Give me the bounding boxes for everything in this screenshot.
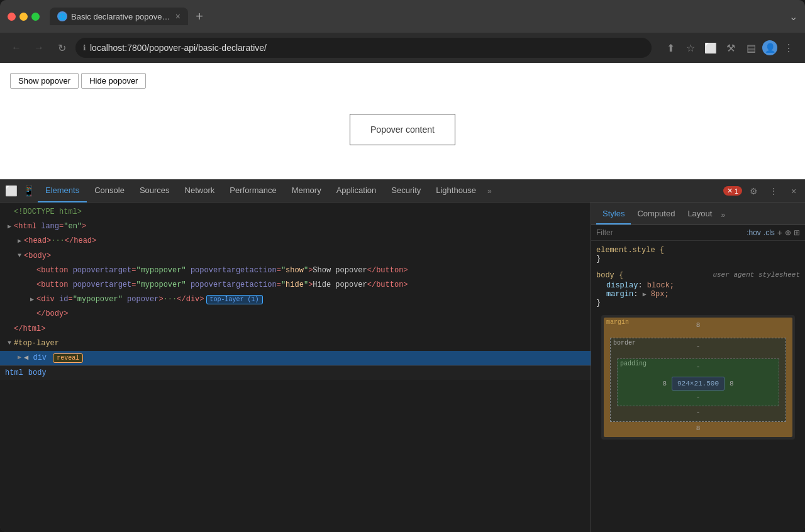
filter-plus-button[interactable]: +	[777, 228, 782, 238]
popover-container: Popover content	[10, 89, 795, 170]
styles-panel: Styles Computed Layout » :hov .cls +	[591, 202, 805, 532]
breadcrumb-html[interactable]: html	[5, 369, 23, 377]
dom-line-btn1[interactable]: <button popovertarget="mypopover" popove…	[0, 263, 591, 278]
dom-line-div[interactable]: ▶ <div id="mypopover" popover>···</div>t…	[0, 292, 591, 307]
sub-tab-layout[interactable]: Layout	[681, 209, 718, 224]
devtools-panel: ⬜ 📱 Elements Console Sources Network Per…	[0, 179, 805, 532]
expand-icon: ▼	[15, 251, 24, 261]
left-side-value: 8	[662, 380, 667, 387]
devtools-tab-bar: ⬜ 📱 Elements Console Sources Network Per…	[0, 180, 805, 202]
expand-icon: ▶	[5, 222, 14, 232]
dom-line-body-open[interactable]: ▼ <body>	[0, 249, 591, 263]
expand-icon: ▶	[15, 353, 24, 363]
sub-tab-computed[interactable]: Computed	[631, 209, 681, 224]
filter-icons: ⊕ ⊞	[785, 228, 800, 237]
url-text: localhost:7800/popover-api/basic-declara…	[90, 43, 644, 53]
style-selector-body-line: body { user agent stylesheet	[596, 271, 800, 281]
maximize-window-button[interactable]	[31, 13, 40, 21]
bookmark-icon[interactable]: ☆	[682, 39, 699, 57]
dom-panel[interactable]: <!DOCTYPE html> ▶ <html lang="en"> ▶ <he…	[0, 202, 591, 532]
margin-bottom-value: 8	[608, 424, 789, 432]
border-label: border	[613, 340, 636, 346]
devtools-close-icon[interactable]: ×	[785, 182, 802, 200]
tab-memory[interactable]: Memory	[284, 180, 329, 202]
dom-line-html[interactable]: ▶ <html lang="en">	[0, 219, 591, 234]
tab-application[interactable]: Application	[329, 180, 384, 202]
devtools-inspect-icon[interactable]: ⬜	[3, 182, 20, 200]
devtools-tab-overflow-button[interactable]: »	[484, 187, 496, 196]
dom-line-body-close[interactable]: </body>	[0, 307, 591, 321]
devtools-settings-icon[interactable]: ⚙	[745, 182, 762, 200]
new-tab-button[interactable]: +	[191, 8, 208, 25]
hide-popover-button[interactable]: Hide popover	[81, 73, 146, 89]
style-selector-element: element.style {	[596, 246, 800, 255]
dom-line-doctype[interactable]: <!DOCTYPE html>	[0, 205, 591, 219]
address-field[interactable]: ℹ localhost:7800/popover-api/basic-decla…	[75, 38, 652, 58]
dom-line-top-layer[interactable]: ▼ #top-layer	[0, 336, 591, 351]
tab-lighthouse[interactable]: Lighthouse	[428, 180, 484, 202]
minimize-window-button[interactable]	[19, 13, 28, 21]
share-icon[interactable]: ⬆	[662, 39, 679, 57]
devtools-more-icon[interactable]: ⋮	[765, 182, 782, 200]
dom-text: </body>	[36, 308, 68, 320]
dom-line-div-reveal[interactable]: ▶ ◀ div reveal	[0, 351, 591, 365]
tab-title: Basic declarative popover ex...	[71, 12, 172, 21]
devtools-device-icon[interactable]: 📱	[20, 182, 38, 200]
devtools-main: <!DOCTYPE html> ▶ <html lang="en"> ▶ <he…	[0, 202, 805, 532]
filter-new-style-icon[interactable]: ⊕	[785, 228, 791, 237]
tab-bar: 🌐 Basic declarative popover ex... × + ⌄	[50, 8, 797, 25]
expand-icon: ▶	[15, 236, 24, 247]
right-side-value: 8	[730, 380, 734, 387]
filter-toggle-icon[interactable]: ⊞	[794, 228, 800, 237]
reload-button[interactable]: ↻	[53, 39, 70, 57]
browser-menu-icon[interactable]: ⋮	[780, 39, 797, 57]
breadcrumb-body[interactable]: body	[28, 369, 47, 377]
border-bottom-value: -	[614, 409, 782, 416]
profile-icon[interactable]: 👤	[762, 40, 777, 55]
sub-tab-styles[interactable]: Styles	[596, 209, 631, 224]
expand-icon: ▼	[5, 338, 14, 348]
tab-elements[interactable]: Elements	[38, 180, 87, 202]
dom-breadcrumb: html body	[0, 365, 591, 380]
dom-footer: html body	[0, 365, 591, 380]
dom-line-head[interactable]: ▶ <head>···</head>	[0, 234, 591, 248]
dom-line-html-close[interactable]: </html>	[0, 322, 591, 336]
popover-box: Popover content	[350, 114, 455, 145]
back-button[interactable]: ←	[8, 39, 25, 57]
dom-text: #top-layer	[14, 338, 59, 350]
address-bar: ← → ↻ ℹ localhost:7800/popover-api/basic…	[0, 33, 805, 63]
style-close-brace-body: }	[596, 299, 800, 308]
box-model-content-size: 924×21.500	[672, 377, 724, 391]
dom-text: <button popovertarget="mypopover" popove…	[36, 279, 408, 291]
box-model-border: border - padding - 8 924×21.500 8	[610, 338, 786, 422]
browser-tab[interactable]: 🌐 Basic declarative popover ex... ×	[50, 8, 188, 25]
devtools-icon[interactable]: ⚒	[722, 39, 740, 57]
forward-button[interactable]: →	[30, 39, 48, 57]
tab-network[interactable]: Network	[177, 180, 223, 202]
page-buttons: Show popover Hide popover	[10, 73, 795, 89]
styles-filter-input[interactable]	[596, 228, 744, 237]
border-top-value: -	[614, 342, 782, 350]
close-window-button[interactable]	[8, 13, 16, 21]
dom-line-btn2[interactable]: <button popovertarget="mypopover" popove…	[0, 278, 591, 292]
filter-cls-button[interactable]: .cls	[763, 228, 775, 237]
tab-console[interactable]: Console	[87, 180, 132, 202]
tab-sources[interactable]: Sources	[132, 180, 177, 202]
dom-text: <button popovertarget="mypopover" popove…	[36, 265, 408, 277]
error-count: 1	[735, 187, 738, 195]
tab-performance[interactable]: Performance	[222, 180, 284, 202]
tab-close-button[interactable]: ×	[175, 11, 180, 21]
dom-text: <html lang="en">	[14, 221, 86, 233]
extensions-icon[interactable]: ⬜	[702, 39, 719, 57]
dom-text: </html>	[14, 323, 45, 335]
sidebar-icon[interactable]: ▤	[742, 39, 760, 57]
filter-hov-button[interactable]: :hov	[747, 228, 761, 237]
error-badge[interactable]: ✕ 1	[723, 186, 742, 196]
box-model-diagram: margin 8 border - padding - 8	[601, 315, 795, 440]
devtools-right-controls: ✕ 1 ⚙ ⋮ ×	[723, 182, 802, 200]
tab-overflow-button[interactable]: ⌄	[789, 11, 797, 23]
style-rule-element: element.style { }	[596, 246, 800, 263]
tab-security[interactable]: Security	[384, 180, 428, 202]
show-popover-button[interactable]: Show popover	[10, 73, 79, 89]
styles-sub-tab-overflow[interactable]: »	[718, 211, 728, 219]
